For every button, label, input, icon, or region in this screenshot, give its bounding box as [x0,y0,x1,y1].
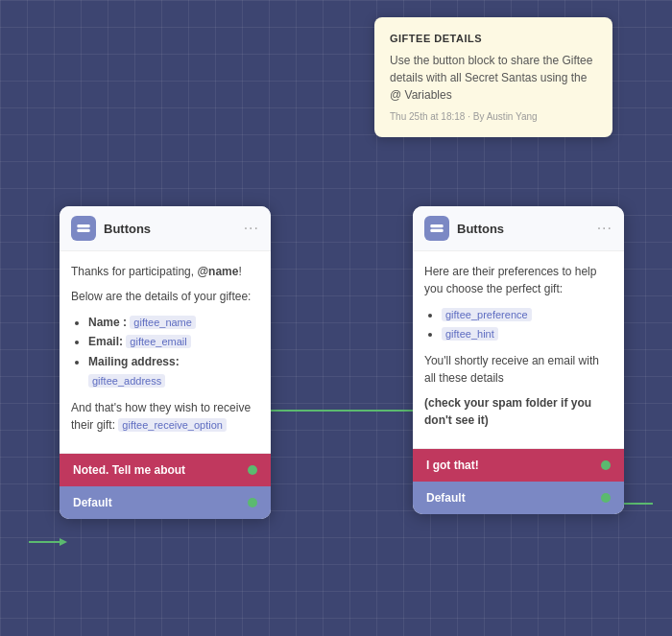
left-card-buttons: Noted. Tell me about Default [60,453,271,519]
list-item-name: Name : giftee_name [88,313,259,332]
note-card: GIFTEE DETAILS Use the button block to s… [374,17,612,137]
var-giftee-hint: giftee_hint [442,327,498,341]
left-para2: Below are the details of your giftee: [71,288,259,305]
right-primary-button-label: I got that! [426,459,479,472]
svg-marker-1 [60,538,67,546]
left-primary-button[interactable]: Noted. Tell me about [60,454,271,486]
right-para3: (check your spam folder if you don't see… [424,394,612,429]
note-card-title: GIFTEE DETAILS [390,33,597,44]
left-para3: And that's how they wish to receive thei… [71,399,259,434]
left-buttons-icon [71,216,96,241]
right-card-title: Buttons [457,222,597,236]
left-secondary-button-label: Default [73,496,112,509]
left-secondary-button[interactable]: Default [60,486,271,519]
left-card-title: Buttons [104,222,244,236]
right-prefs-list: giftee_preference giftee_hint [424,305,612,344]
right-secondary-button[interactable]: Default [413,482,624,514]
left-card-body: Thanks for participating, @name! Below a… [60,251,271,453]
list-item-email: Email: giftee_email [88,332,259,351]
list-item-hint: giftee_hint [442,324,612,343]
left-card-menu-button[interactable]: ··· [244,220,259,237]
var-giftee-name: giftee_name [130,316,196,329]
var-giftee-address: giftee_address [88,374,165,388]
note-card-body: Use the button block to share the Giftee… [390,52,597,104]
right-card-body: Here are their preferences to help you c… [413,251,624,448]
right-card-menu-button[interactable]: ··· [597,220,612,237]
right-buttons-card: Buttons ··· Here are their preferences t… [413,206,624,514]
left-primary-button-dot [248,465,257,475]
svg-rect-8 [430,229,443,232]
svg-rect-6 [77,229,89,232]
left-giftee-list: Name : giftee_name Email: giftee_email M… [71,313,259,391]
svg-rect-5 [77,224,89,227]
right-secondary-button-dot [601,493,611,503]
var-giftee-preference: giftee_preference [442,308,532,321]
left-card-header: Buttons ··· [60,206,271,251]
left-para1: Thanks for participating, @name! [71,263,259,280]
right-buttons-svg-icon [429,221,444,236]
right-para1: Here are their preferences to help you c… [424,263,612,297]
right-card-header: Buttons ··· [413,206,624,251]
left-primary-button-label: Noted. Tell me about [73,463,185,477]
right-primary-button-dot [601,460,611,470]
right-secondary-button-label: Default [426,491,466,505]
left-buttons-card: Buttons ··· Thanks for participating, @n… [60,206,271,519]
var-giftee-email: giftee_email [126,335,190,348]
right-card-buttons: I got that! Default [413,448,624,514]
svg-rect-7 [430,224,443,227]
list-item-preference: giftee_preference [442,305,612,324]
var-receive-option: giftee_receive_option [118,418,227,432]
right-buttons-icon [424,216,449,241]
left-secondary-button-dot [248,498,257,507]
right-para2: You'll shortly receive an email with all… [424,352,612,387]
right-primary-button[interactable]: I got that! [413,449,624,482]
note-card-meta: Thu 25th at 18:18 · By Austin Yang [390,111,597,122]
buttons-svg-icon [76,221,91,236]
list-item-address: Mailing address: giftee_address [88,352,259,391]
